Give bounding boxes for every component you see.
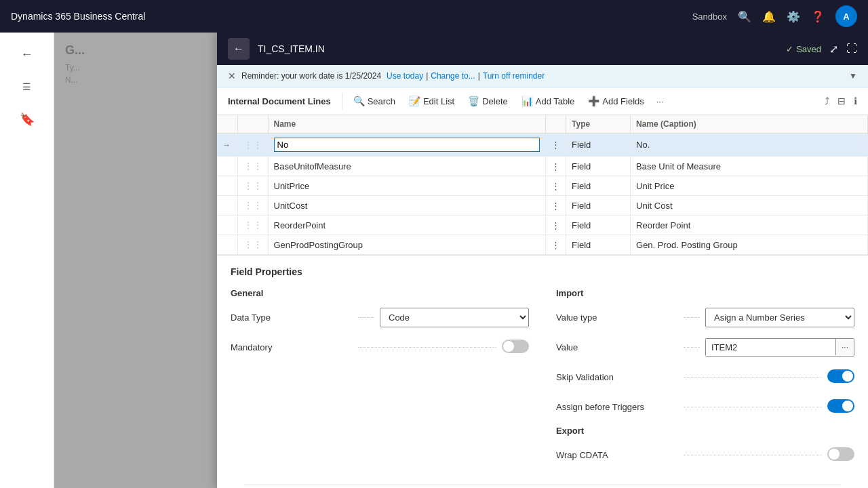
- add-fields-button[interactable]: ➕ Add Fields: [583, 93, 649, 109]
- row-caption-cell: No.: [631, 134, 868, 157]
- delete-icon: 🗑️: [468, 96, 479, 106]
- row-name-cell[interactable]: [268, 134, 546, 157]
- table-row[interactable]: → ⋮⋮ ⋮ Field No.: [217, 134, 868, 157]
- value-field: ···: [705, 338, 854, 357]
- reminder-close-icon[interactable]: ✕: [228, 70, 236, 81]
- data-table: Name Type Name (Caption) → ⋮⋮ ⋮ Field No…: [217, 115, 868, 255]
- row-name-text: ReorderPoint: [274, 220, 326, 230]
- reminder-expand-icon[interactable]: ▼: [849, 71, 857, 81]
- row-name-cell: BaseUnitofMeasure: [268, 157, 546, 176]
- wrap-cdata-row: Wrap CDATA: [556, 444, 854, 466]
- row-type-cell: Field: [566, 176, 631, 196]
- top-navbar: Dynamics 365 Business Central Sandbox 🔍 …: [0, 0, 868, 33]
- settings-icon[interactable]: ⚙️: [787, 10, 800, 23]
- value-row: Value ···: [556, 336, 854, 358]
- row-dots-cell[interactable]: ⋮: [546, 157, 566, 176]
- sidebar-bookmark-icon[interactable]: 🔖: [14, 106, 41, 133]
- skip-validation-dots: [684, 377, 822, 378]
- search-icon[interactable]: 🔍: [738, 10, 751, 23]
- content-area: ← ☰ 🔖 G... Ty... N... ← TI_CS_ITEM.IN ✓: [0, 33, 868, 488]
- properties-grid: General Data Type Code Text Integer: [231, 288, 854, 474]
- reminder-links: Use today | Change to... | Turn off remi…: [387, 71, 545, 81]
- row-dots-cell[interactable]: ⋮: [546, 196, 566, 216]
- row-dots-cell[interactable]: ⋮: [546, 134, 566, 157]
- table-row[interactable]: ⋮⋮ UnitPrice ⋮ Field Unit Price: [217, 176, 868, 196]
- open-external-icon[interactable]: ⤢: [829, 43, 838, 56]
- info-icon[interactable]: ℹ: [854, 96, 857, 106]
- row-dots-cell[interactable]: ⋮: [546, 235, 566, 255]
- row-dots-cell[interactable]: ⋮: [546, 176, 566, 196]
- modal-panel: ← TI_CS_ITEM.IN ✓ Saved ⤢ ⛶ ✕ Reminder: …: [217, 33, 868, 488]
- use-today-link[interactable]: Use today: [387, 71, 423, 81]
- row-arrow-cell: [217, 176, 237, 196]
- help-icon[interactable]: ❓: [811, 10, 825, 23]
- add-fields-label: Add Fields: [602, 96, 644, 106]
- search-button[interactable]: 🔍 Search: [348, 93, 401, 109]
- change-to-link[interactable]: Change to...: [431, 71, 475, 81]
- modal-header-actions: ✓ Saved ⤢ ⛶: [786, 43, 857, 56]
- row-name-input[interactable]: [274, 138, 540, 152]
- assign-before-triggers-dots: [684, 407, 822, 407]
- value-input[interactable]: [706, 339, 835, 356]
- toolbar-separator: [342, 93, 342, 109]
- sidebar-menu-icon[interactable]: ☰: [14, 73, 41, 100]
- delete-label: Delete: [482, 96, 508, 106]
- mandatory-toggle[interactable]: [502, 340, 529, 353]
- data-type-select[interactable]: Code Text Integer Decimal Boolean Date: [380, 308, 529, 327]
- notification-icon[interactable]: 🔔: [762, 10, 776, 23]
- add-fields-icon: ➕: [588, 96, 599, 106]
- left-sidebar: ← ☰ 🔖: [0, 33, 54, 488]
- row-arrow-cell: [217, 196, 237, 216]
- wrap-cdata-label: Wrap CDATA: [556, 450, 678, 460]
- sandbox-badge: Sandbox: [692, 12, 727, 22]
- row-caption-cell: Unit Cost: [631, 196, 868, 216]
- table-row[interactable]: ⋮⋮ BaseUnitofMeasure ⋮ Field Base Unit o…: [217, 157, 868, 176]
- row-drag-cell: ⋮⋮: [237, 157, 268, 176]
- skip-validation-toggle[interactable]: [827, 369, 854, 383]
- bottom-divider: [244, 485, 841, 485]
- delete-button[interactable]: 🗑️ Delete: [462, 93, 513, 109]
- general-title: General: [231, 288, 529, 298]
- table-row[interactable]: ⋮⋮ GenProdPostingGroup ⋮ Field Gen. Prod…: [217, 235, 868, 255]
- assign-before-triggers-value: [827, 399, 854, 415]
- row-type-cell: Field: [566, 235, 631, 255]
- skip-validation-label: Skip Validation: [556, 372, 678, 382]
- table-row[interactable]: ⋮⋮ ReorderPoint ⋮ Field Reorder Point: [217, 216, 868, 235]
- search-btn-label: Search: [368, 96, 395, 106]
- assign-before-triggers-toggle[interactable]: [827, 399, 854, 413]
- field-properties: Field Properties General Data Type: [217, 256, 868, 488]
- sidebar-back-btn[interactable]: ←: [14, 41, 41, 68]
- turn-off-reminder-link[interactable]: Turn off reminder: [483, 71, 545, 81]
- expand-icon[interactable]: ⛶: [846, 43, 857, 55]
- wrap-cdata-toggle[interactable]: [827, 447, 854, 461]
- row-name-text: UnitPrice: [274, 181, 310, 191]
- value-type-select[interactable]: Asign a Number Series Fixed Value Blank: [705, 308, 854, 327]
- skip-validation-row: Skip Validation: [556, 366, 854, 388]
- col-type: Type: [566, 115, 631, 134]
- data-type-row: Data Type Code Text Integer Decimal Bool…: [231, 306, 529, 328]
- mandatory-dots: [358, 347, 496, 348]
- row-dots-cell[interactable]: ⋮: [546, 216, 566, 235]
- col-name: Name: [268, 115, 546, 134]
- col-caption: Name (Caption): [631, 115, 868, 134]
- add-table-icon: 📊: [521, 96, 533, 106]
- table-container: Name Type Name (Caption) → ⋮⋮ ⋮ Field No…: [217, 115, 868, 256]
- modal-back-button[interactable]: ←: [228, 38, 250, 60]
- edit-list-button[interactable]: 📝 Edit List: [403, 93, 460, 109]
- table-row[interactable]: ⋮⋮ UnitCost ⋮ Field Unit Cost: [217, 196, 868, 216]
- filter-icon[interactable]: ⊟: [837, 96, 846, 106]
- avatar[interactable]: A: [835, 5, 857, 27]
- row-name-cell: UnitPrice: [268, 176, 546, 196]
- search-btn-icon: 🔍: [353, 96, 365, 106]
- row-type-cell: Field: [566, 157, 631, 176]
- add-table-button[interactable]: 📊 Add Table: [516, 93, 580, 109]
- row-drag-cell: ⋮⋮: [237, 235, 268, 255]
- value-type-row: Value type Asign a Number Series Fixed V…: [556, 306, 854, 328]
- value-input-group: ···: [705, 338, 854, 357]
- share-icon[interactable]: ⤴: [825, 96, 829, 106]
- row-name-text: UnitCost: [274, 201, 308, 211]
- toolbar: Internal Document Lines 🔍 Search 📝 Edit …: [217, 87, 868, 115]
- more-options-icon[interactable]: ···: [652, 94, 668, 109]
- value-input-btn[interactable]: ···: [835, 339, 854, 355]
- export-title: Export: [556, 426, 854, 436]
